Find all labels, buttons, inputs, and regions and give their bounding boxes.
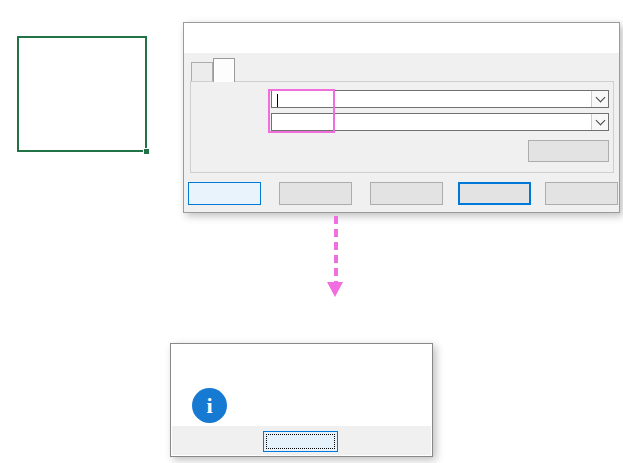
close-icon[interactable] [585, 25, 619, 51]
find-next-button[interactable] [458, 182, 531, 205]
replace-all-button[interactable] [188, 182, 261, 205]
find-replace-dialog [183, 22, 620, 213]
replace-with-input[interactable] [271, 113, 609, 131]
find-what-input[interactable] [271, 90, 609, 108]
selection-border [17, 36, 147, 152]
fill-handle[interactable] [143, 148, 150, 155]
alert-titlebar[interactable] [171, 344, 432, 370]
ok-button[interactable] [263, 431, 338, 452]
close-icon[interactable] [398, 344, 432, 370]
chevron-down-icon [595, 92, 605, 102]
arrow-head [327, 282, 343, 297]
tab-replace[interactable] [213, 58, 235, 82]
text-cursor [277, 94, 278, 107]
info-icon: i [192, 388, 227, 423]
tab-find[interactable] [191, 62, 213, 82]
replace-with-dropdown-button[interactable] [591, 114, 608, 130]
help-icon[interactable] [551, 25, 585, 51]
arrow-shaft [334, 216, 338, 284]
find-all-button[interactable] [370, 182, 443, 205]
replace-button[interactable] [279, 182, 352, 205]
down-arrow-annotation [327, 216, 344, 298]
excel-alert-dialog: i [170, 343, 433, 457]
dialog-titlebar[interactable] [184, 23, 619, 53]
chevron-down-icon [595, 115, 605, 125]
close-button[interactable] [545, 182, 618, 205]
options-button[interactable] [528, 140, 609, 162]
find-what-dropdown-button[interactable] [591, 91, 608, 107]
